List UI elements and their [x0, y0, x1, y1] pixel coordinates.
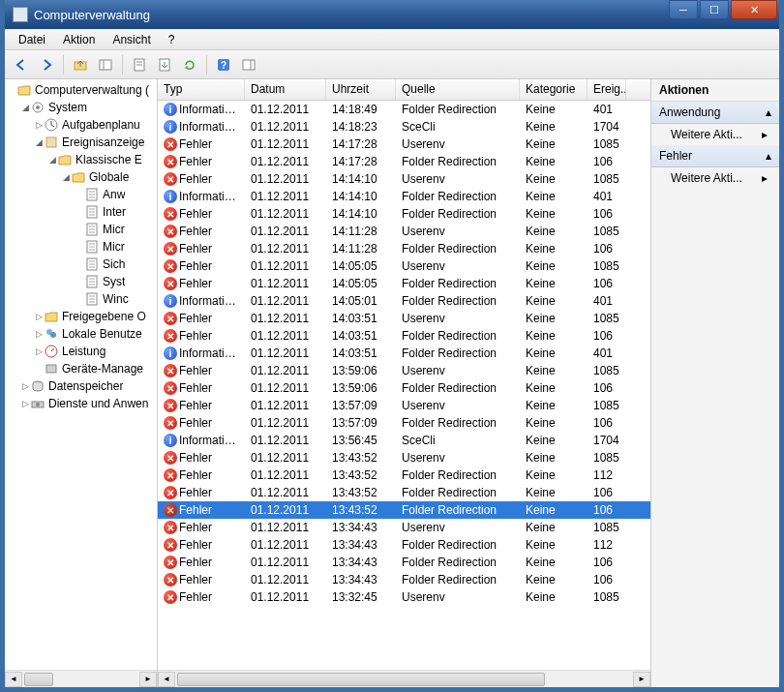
event-row[interactable]: iInformatio...01.12.201114:18:49Folder R… [158, 101, 650, 118]
column-header-datum[interactable]: Datum [245, 79, 326, 100]
menu-action[interactable]: Aktion [55, 31, 103, 48]
event-row[interactable]: iInformatio...01.12.201114:18:23SceCliKe… [158, 118, 650, 135]
tree-windows[interactable]: Winc [5, 290, 157, 308]
column-header-typ[interactable]: Typ [158, 79, 245, 100]
help-button[interactable]: ? [213, 54, 234, 75]
export-button[interactable] [154, 54, 175, 75]
forward-button[interactable] [36, 54, 57, 75]
tree-toggle-icon[interactable]: ◢ [20, 103, 30, 112]
tree-leistung[interactable]: ▷Leistung [5, 343, 157, 360]
event-row[interactable]: ✕Fehler01.12.201113:43:52Folder Redirect… [158, 466, 650, 484]
menu-file[interactable]: Datei [11, 31, 53, 48]
tree-scrollbar[interactable]: ◄ ► [5, 670, 157, 687]
event-row[interactable]: ✕Fehler01.12.201114:11:28Folder Redirect… [158, 240, 650, 257]
event-row[interactable]: iInformatio...01.12.201114:03:51Folder R… [158, 345, 650, 362]
event-row[interactable]: ✕Fehler01.12.201113:34:43UserenvKeine108… [158, 519, 650, 536]
column-header-uhrzeit[interactable]: Uhrzeit [326, 79, 396, 100]
tree-toggle-icon[interactable]: ▷ [34, 346, 44, 356]
cell-quelle: Userenv [396, 589, 520, 605]
tree-toggle-icon[interactable]: ◢ [47, 155, 57, 165]
tree-toggle-icon[interactable]: ◢ [34, 137, 44, 147]
event-row[interactable]: ✕Fehler01.12.201113:59:06Folder Redirect… [158, 379, 650, 397]
show-hide-tree-button[interactable] [95, 54, 116, 75]
error-icon: ✕ [164, 468, 177, 482]
event-row[interactable]: ✕Fehler01.12.201114:05:05UserenvKeine108… [158, 257, 650, 275]
event-row[interactable]: ✕Fehler01.12.201114:03:51UserenvKeine108… [158, 310, 650, 327]
minimize-button[interactable]: ─ [669, 0, 698, 19]
menu-view[interactable]: Ansicht [105, 31, 158, 48]
titlebar[interactable]: Computerverwaltung ─ ☐ ✕ [5, 0, 779, 29]
actions-section-anwendung[interactable]: Anwendung ▴ [651, 102, 779, 124]
show-hide-action-button[interactable] [238, 54, 259, 75]
properties-button[interactable] [129, 54, 150, 75]
maximize-button[interactable]: ☐ [700, 0, 729, 19]
tree-datenspeicher[interactable]: ▷Datenspeicher [5, 377, 157, 395]
actions-section-fehler[interactable]: Fehler ▴ [651, 145, 779, 167]
refresh-button[interactable] [179, 54, 200, 75]
tree-node-label: Syst [103, 275, 125, 288]
error-icon: ✕ [164, 155, 177, 168]
event-row[interactable]: iInformatio...01.12.201113:56:45SceCliKe… [158, 432, 650, 449]
tree-toggle-icon[interactable]: ▷ [34, 329, 44, 339]
tree-anwendung[interactable]: Anw [5, 186, 157, 203]
cell-uhrzeit: 13:34:43 [326, 537, 396, 553]
collapse-icon: ▴ [766, 105, 771, 119]
tree-ereignisanzeige[interactable]: ◢Ereignisanzeige [5, 134, 157, 151]
tree-system[interactable]: ◢System [5, 99, 157, 116]
cell-kategorie: Keine [520, 485, 588, 500]
event-row[interactable]: ✕Fehler01.12.201114:14:10Folder Redirect… [158, 205, 650, 223]
event-row[interactable]: ✕Fehler01.12.201113:34:43Folder Redirect… [158, 536, 650, 554]
column-header-ereig[interactable]: Ereig... [588, 79, 626, 100]
column-header-quelle[interactable]: Quelle [396, 79, 520, 100]
tree-freigegebene[interactable]: ▷Freigegebene O [5, 308, 157, 325]
back-button[interactable] [11, 54, 32, 75]
event-row[interactable]: ✕Fehler01.12.201114:03:51Folder Redirect… [158, 327, 650, 345]
event-row[interactable]: ✕Fehler01.12.201113:57:09Folder Redirect… [158, 414, 650, 432]
tree-toggle-icon[interactable]: ▷ [34, 312, 44, 321]
tree-micr2[interactable]: Micr [5, 238, 157, 256]
cell-typ: ✕Fehler [158, 154, 245, 170]
tree-geraete[interactable]: Geräte-Manage [5, 360, 157, 377]
event-row[interactable]: ✕Fehler01.12.201114:11:28UserenvKeine108… [158, 223, 650, 240]
tree-internet[interactable]: Inter [5, 203, 157, 221]
event-row[interactable]: ✕Fehler01.12.201113:34:43Folder Redirect… [158, 554, 650, 571]
cell-ereig: 1085 [588, 224, 626, 239]
tree-klassische[interactable]: ◢Klassische E [5, 151, 157, 168]
cell-datum: 01.12.2011 [245, 572, 326, 587]
event-row[interactable]: ✕Fehler01.12.201113:43:52Folder Redirect… [158, 484, 650, 501]
event-row[interactable]: ✕Fehler01.12.201113:59:06UserenvKeine108… [158, 362, 650, 379]
folder-up-button[interactable] [70, 54, 91, 75]
tree-lokale[interactable]: ▷Lokale Benutze [5, 325, 157, 343]
event-row[interactable]: ✕Fehler01.12.201114:14:10UserenvKeine108… [158, 170, 650, 188]
tree-globale[interactable]: ◢Globale [5, 168, 157, 186]
tree-micr1[interactable]: Micr [5, 221, 157, 238]
event-row[interactable]: ✕Fehler01.12.201113:57:09UserenvKeine108… [158, 397, 650, 414]
cell-quelle: Folder Redirection [396, 346, 520, 361]
event-row[interactable]: ✕Fehler01.12.201114:17:28UserenvKeine108… [158, 135, 650, 153]
tree-root[interactable]: Computerverwaltung ( [5, 81, 157, 99]
tree-system-log[interactable]: Syst [5, 273, 157, 290]
event-row[interactable]: ✕Fehler01.12.201113:43:52UserenvKeine108… [158, 449, 650, 466]
event-row[interactable]: ✕Fehler01.12.201114:05:05Folder Redirect… [158, 275, 650, 292]
cell-ereig: 1085 [588, 311, 626, 326]
cell-quelle: SceCli [396, 433, 520, 448]
event-row[interactable]: ✕Fehler01.12.201113:32:45UserenvKeine108… [158, 588, 650, 606]
tree-toggle-icon[interactable]: ▷ [20, 381, 30, 391]
actions-more-anwendung[interactable]: Weitere Akti... ▸ [651, 124, 779, 145]
event-row[interactable]: ✕Fehler01.12.201114:17:28Folder Redirect… [158, 153, 650, 170]
event-row[interactable]: ✕Fehler01.12.201113:43:52Folder Redirect… [158, 501, 650, 519]
tree-toggle-icon[interactable]: ◢ [61, 172, 71, 182]
close-button[interactable]: ✕ [731, 0, 777, 19]
tree-dienste[interactable]: ▷Dienste und Anwen [5, 395, 157, 412]
tree-toggle-icon[interactable]: ▷ [20, 399, 30, 408]
event-row[interactable]: iInformatio...01.12.201114:05:01Folder R… [158, 292, 650, 310]
event-row[interactable]: iInformatio...01.12.201114:14:10Folder R… [158, 188, 650, 205]
event-row[interactable]: ✕Fehler01.12.201113:34:43Folder Redirect… [158, 571, 650, 588]
tree-sicherheit[interactable]: Sich [5, 256, 157, 273]
column-header-kategorie[interactable]: Kategorie [520, 79, 588, 100]
tree-aufgabenplanung[interactable]: ▷Aufgabenplanu [5, 116, 157, 134]
actions-more-fehler[interactable]: Weitere Akti... ▸ [651, 167, 779, 189]
tree-toggle-icon[interactable]: ▷ [34, 120, 44, 130]
list-scrollbar[interactable]: ◄ ► [158, 670, 650, 687]
menu-help[interactable]: ? [161, 31, 183, 48]
